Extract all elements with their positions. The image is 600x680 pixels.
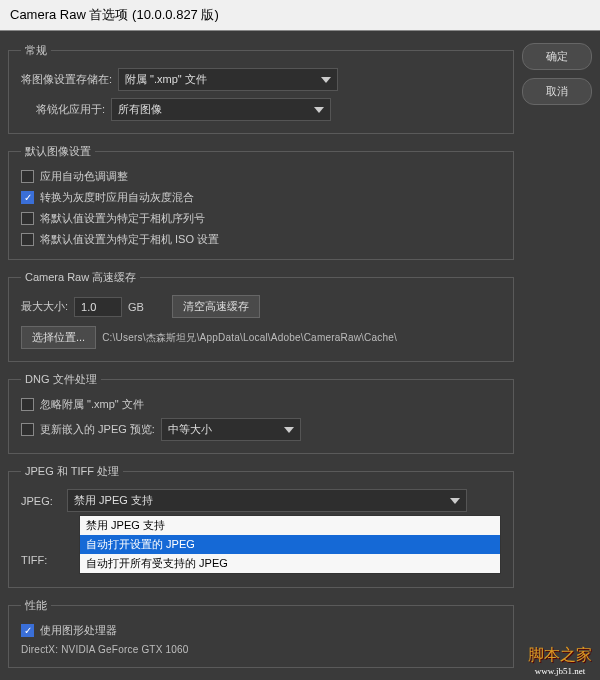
legend-defaults: 默认图像设置 bbox=[21, 144, 95, 159]
sharpen-label: 将锐化应用于: bbox=[21, 102, 105, 117]
cache-unit: GB bbox=[128, 301, 144, 313]
cache-max-label: 最大大小: bbox=[21, 299, 68, 314]
jpeg-option-disable[interactable]: 禁用 JPEG 支持 bbox=[80, 516, 500, 535]
jpeg-handling-select[interactable]: 禁用 JPEG 支持 bbox=[67, 489, 467, 512]
cancel-button[interactable]: 取消 bbox=[522, 78, 592, 105]
cache-path: C:\Users\杰森斯坦兄\AppData\Local\Adobe\Camer… bbox=[102, 331, 397, 345]
legend-performance: 性能 bbox=[21, 598, 51, 613]
cb-iso[interactable] bbox=[21, 233, 34, 246]
jpeg-option-auto-all[interactable]: 自动打开所有受支持的 JPEG bbox=[80, 554, 500, 573]
cb-serial-label: 将默认值设置为特定于相机序列号 bbox=[40, 211, 205, 226]
cb-use-gpu[interactable] bbox=[21, 624, 34, 637]
jpeg-option-auto-settings[interactable]: 自动打开设置的 JPEG bbox=[80, 535, 500, 554]
group-cache: Camera Raw 高速缓存 最大大小: GB 清空高速缓存 选择位置... … bbox=[8, 270, 514, 362]
cb-ignore-xmp[interactable] bbox=[21, 398, 34, 411]
jpeg-dropdown-list[interactable]: 禁用 JPEG 支持 自动打开设置的 JPEG 自动打开所有受支持的 JPEG bbox=[79, 515, 501, 574]
sharpen-select[interactable]: 所有图像 bbox=[111, 98, 331, 121]
cache-max-input[interactable] bbox=[74, 297, 122, 317]
cb-ignore-xmp-label: 忽略附属 ".xmp" 文件 bbox=[40, 397, 144, 412]
tiff-label: TIFF: bbox=[21, 554, 61, 566]
group-dng: DNG 文件处理 忽略附属 ".xmp" 文件 更新嵌入的 JPEG 预览: 中… bbox=[8, 372, 514, 454]
legend-cache: Camera Raw 高速缓存 bbox=[21, 270, 140, 285]
cb-auto-tone-label: 应用自动色调调整 bbox=[40, 169, 128, 184]
gpu-info: DirectX: NVIDIA GeForce GTX 1060 bbox=[21, 644, 501, 655]
cb-iso-label: 将默认值设置为特定于相机 ISO 设置 bbox=[40, 232, 219, 247]
purge-cache-button[interactable]: 清空高速缓存 bbox=[172, 295, 260, 318]
cb-auto-gray-label: 转换为灰度时应用自动灰度混合 bbox=[40, 190, 194, 205]
group-general: 常规 将图像设置存储在: 附属 ".xmp" 文件 将锐化应用于: 所有图像 bbox=[8, 43, 514, 134]
watermark: 脚本之家 www.jb51.net bbox=[528, 645, 592, 676]
group-jpeg-tiff: JPEG 和 TIFF 处理 JPEG: 禁用 JPEG 支持 TIFF: 禁用… bbox=[8, 464, 514, 588]
cb-auto-tone[interactable] bbox=[21, 170, 34, 183]
ok-button[interactable]: 确定 bbox=[522, 43, 592, 70]
window-title: Camera Raw 首选项 (10.0.0.827 版) bbox=[0, 0, 600, 31]
legend-jpeg-tiff: JPEG 和 TIFF 处理 bbox=[21, 464, 123, 479]
cb-use-gpu-label: 使用图形处理器 bbox=[40, 623, 117, 638]
jpeg-label: JPEG: bbox=[21, 495, 61, 507]
save-settings-label: 将图像设置存储在: bbox=[21, 72, 112, 87]
cb-serial[interactable] bbox=[21, 212, 34, 225]
choose-location-button[interactable]: 选择位置... bbox=[21, 326, 96, 349]
save-settings-select[interactable]: 附属 ".xmp" 文件 bbox=[118, 68, 338, 91]
legend-general: 常规 bbox=[21, 43, 51, 58]
group-defaults: 默认图像设置 应用自动色调调整 转换为灰度时应用自动灰度混合 将默认值设置为特定… bbox=[8, 144, 514, 260]
cb-update-jpeg[interactable] bbox=[21, 423, 34, 436]
cb-auto-gray[interactable] bbox=[21, 191, 34, 204]
legend-dng: DNG 文件处理 bbox=[21, 372, 101, 387]
group-performance: 性能 使用图形处理器 DirectX: NVIDIA GeForce GTX 1… bbox=[8, 598, 514, 668]
jpeg-preview-select[interactable]: 中等大小 bbox=[161, 418, 301, 441]
cb-update-jpeg-label: 更新嵌入的 JPEG 预览: bbox=[40, 422, 155, 437]
